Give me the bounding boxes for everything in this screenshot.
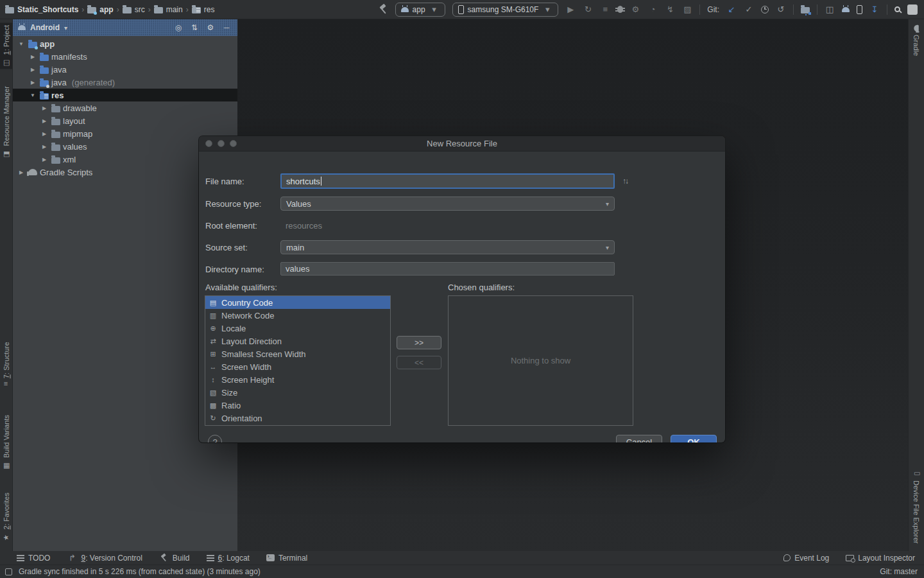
chevron-icon: ›	[116, 5, 120, 14]
network-code-icon: ▥	[209, 311, 218, 320]
sidebar-item-resource-manager[interactable]: ◨ Resource Manager	[0, 83, 12, 161]
chevron-down-icon: ▾	[64, 24, 67, 31]
build-hammer-icon[interactable]	[379, 4, 388, 14]
qualifier-smallest-screen-width[interactable]: ⊞ Smallest Screen Width	[205, 347, 390, 360]
qualifier-network-code[interactable]: ▥ Network Code	[205, 309, 390, 322]
file-name-input[interactable]: shortcuts	[280, 173, 615, 189]
breadcrumb-project[interactable]: Static_Shortcuts	[5, 5, 78, 14]
expand-arrow-icon[interactable]: ▶	[17, 170, 26, 175]
resource-type-select[interactable]: Values ▾	[280, 197, 615, 211]
directory-name-label: Directory name:	[205, 265, 264, 274]
run-configuration-select[interactable]: app ▾	[395, 3, 445, 17]
qualifier-size[interactable]: ▧ Size	[205, 386, 390, 399]
project-structure-icon[interactable]	[801, 7, 810, 13]
git-branch-widget[interactable]: Git: master	[880, 567, 918, 576]
breadcrumb-app[interactable]: app	[87, 5, 113, 14]
code-with-me-avatar[interactable]	[907, 4, 918, 15]
expand-arrow-icon[interactable]: ▼	[17, 41, 26, 47]
ok-button[interactable]: OK	[671, 435, 717, 442]
remove-qualifier-button[interactable]: <<	[397, 356, 441, 369]
qualifier-screen-width[interactable]: ↔ Screen Width	[205, 360, 390, 373]
terminal-tab[interactable]: Terminal	[266, 554, 307, 563]
minimize-icon[interactable]	[218, 140, 225, 147]
attach-debugger-icon[interactable]: ↯	[665, 5, 675, 13]
run-icon[interactable]: ▶	[565, 5, 576, 13]
debug-icon[interactable]	[617, 6, 623, 13]
breadcrumb-src[interactable]: src	[123, 5, 145, 14]
breadcrumb-res[interactable]: res	[192, 5, 215, 14]
directory-name-input[interactable]: values	[280, 262, 615, 276]
folder-icon	[51, 106, 60, 112]
git-commit-icon[interactable]: ✓	[744, 5, 754, 13]
select-opened-file-icon[interactable]: ◎	[173, 23, 184, 32]
collapse-all-icon[interactable]: ⇅	[189, 23, 200, 32]
tree-row-java-generated[interactable]: ▶ java (generated)	[13, 76, 237, 89]
module-folder-icon	[87, 7, 96, 13]
qualifier-orientation[interactable]: ↻ Orientation	[205, 412, 390, 425]
tree-row-res[interactable]: ▼ res	[13, 89, 237, 101]
available-qualifiers-list: ▤ Country Code ▥ Network Code ⊕ Locale ⇄…	[205, 295, 391, 426]
add-qualifier-button[interactable]: >>	[397, 336, 441, 349]
cancel-button[interactable]: Cancel	[616, 435, 662, 442]
qualifier-ratio[interactable]: ▩ Ratio	[205, 399, 390, 412]
search-everywhere-icon[interactable]	[894, 6, 900, 12]
apply-changes-icon[interactable]: ≡	[600, 5, 610, 13]
expand-arrow-icon[interactable]: ▶	[40, 157, 49, 162]
close-icon[interactable]	[205, 140, 212, 147]
dialog-title-bar[interactable]: New Resource File	[199, 136, 725, 152]
apply-code-changes-icon[interactable]: ⚙	[630, 5, 640, 13]
tree-row-drawable[interactable]: ▶ drawable	[13, 101, 237, 114]
virtual-device-manager-icon[interactable]: ◫	[825, 5, 835, 13]
profiler-icon[interactable]: ◔	[647, 5, 658, 13]
device-manager-icon[interactable]	[857, 5, 862, 14]
git-rollback-icon[interactable]: ↺	[776, 5, 786, 13]
sidebar-item-gradle[interactable]: Gradle	[909, 22, 924, 58]
zoom-icon[interactable]	[230, 140, 237, 147]
qualifier-screen-height[interactable]: ↕ Screen Height	[205, 373, 390, 386]
breadcrumb-main[interactable]: main	[154, 5, 183, 14]
gear-icon[interactable]: ⚙	[205, 23, 216, 32]
expand-arrow-icon[interactable]: ▶	[40, 118, 49, 124]
sidebar-item-build-variants[interactable]: ▦ Build Variants	[0, 412, 12, 472]
tree-row-app[interactable]: ▼ app	[13, 37, 237, 50]
git-history-icon[interactable]	[761, 6, 769, 13]
expand-arrow-icon[interactable]: ▼	[28, 92, 37, 98]
expand-arrow-icon[interactable]: ▶	[28, 54, 37, 60]
event-log-tab[interactable]: Event Log	[783, 554, 829, 563]
help-button[interactable]: ?	[208, 435, 222, 442]
tree-row-manifests[interactable]: ▶ manifests	[13, 50, 237, 63]
version-control-tab[interactable]: ↱ 9: Version Control	[67, 554, 142, 563]
sidebar-item-device-file-explorer[interactable]: ▯ Device File Explorer	[909, 466, 924, 546]
layout-inspector-tab[interactable]: Layout Inspector	[846, 554, 915, 563]
project-view-header[interactable]: Android ▾ ◎ ⇅ ⚙ ─	[13, 19, 237, 36]
source-set-select[interactable]: main ▾	[280, 240, 615, 254]
sidebar-item-favorites[interactable]: ★ 2: Favorites	[0, 490, 12, 543]
sidebar-item-project[interactable]: ◫ 1: Project	[0, 22, 12, 69]
build-tab[interactable]: Build	[159, 553, 190, 563]
restart-activity-icon[interactable]: ↻	[583, 5, 593, 13]
background-tasks-icon[interactable]	[5, 568, 12, 575]
expand-arrow-icon[interactable]: ▶	[28, 80, 37, 85]
gradle-elephant-icon	[28, 169, 37, 175]
git-update-icon[interactable]: ↙	[726, 5, 737, 13]
project-tool-icon: ◫	[2, 58, 10, 66]
tree-row-layout[interactable]: ▶ layout	[13, 114, 237, 127]
expand-arrow-icon[interactable]: ▶	[40, 144, 49, 150]
todo-tab[interactable]: TODO	[17, 554, 50, 563]
coverage-icon[interactable]: ▨	[682, 5, 692, 13]
sync-project-icon[interactable]: ↧	[869, 5, 880, 13]
expand-arrow-icon[interactable]: ▶	[40, 131, 49, 137]
qualifier-layout-direction[interactable]: ⇄ Layout Direction	[205, 335, 390, 347]
sidebar-item-structure[interactable]: ≡ 7: Structure	[0, 339, 12, 388]
qualifier-country-code[interactable]: ▤ Country Code	[205, 296, 390, 309]
sdk-manager-icon[interactable]	[842, 7, 850, 12]
history-arrows-icon[interactable]: ↑↓	[622, 177, 628, 186]
logcat-tab[interactable]: 6: Logcat	[207, 554, 250, 563]
folder-icon	[154, 7, 163, 13]
device-select[interactable]: samsung SM-G610F ▾	[452, 3, 559, 17]
expand-arrow-icon[interactable]: ▶	[28, 67, 37, 73]
hide-tool-window-icon[interactable]: ─	[221, 23, 232, 32]
expand-arrow-icon[interactable]: ▶	[40, 105, 49, 111]
qualifier-locale[interactable]: ⊕ Locale	[205, 322, 390, 335]
tree-row-java[interactable]: ▶ java	[13, 63, 237, 76]
